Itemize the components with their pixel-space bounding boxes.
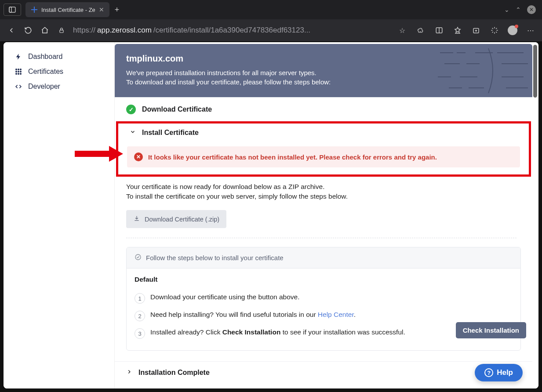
address-bar: https://app.zerossl.com/certificate/inst…	[0, 19, 542, 41]
svg-point-12	[15, 71, 17, 73]
install-p2: To install the certificate on your web s…	[126, 192, 521, 200]
chevron-down-icon	[130, 129, 136, 137]
help-fab[interactable]: ? Help	[475, 364, 523, 381]
section-title: Install Certificate	[142, 129, 199, 137]
lock-icon[interactable]	[56, 25, 67, 36]
sidebar-item-label: Dashboard	[28, 53, 62, 61]
favorites-icon[interactable]	[452, 25, 463, 36]
scrollbar[interactable]	[531, 42, 538, 388]
steps-heading-text: Follow the steps below to install your c…	[146, 254, 284, 261]
close-window-icon[interactable]: ✕	[527, 5, 536, 14]
sidebar-item-dashboard[interactable]: Dashboard	[12, 49, 105, 64]
step-text: Need help installing? You will find usef…	[150, 311, 356, 319]
step-number: 2	[135, 311, 145, 321]
install-p1: Your certificate is now ready for downlo…	[126, 183, 521, 191]
chevron-up-icon[interactable]: ⌃	[516, 6, 521, 13]
help-label: Help	[497, 368, 513, 377]
split-screen-icon[interactable]	[434, 25, 444, 36]
svg-rect-0	[9, 7, 15, 12]
sidebar-item-developer[interactable]: Developer	[12, 79, 105, 94]
code-icon	[14, 83, 23, 90]
toolbar-icons: ☆ ⋯	[397, 25, 536, 36]
svg-rect-2	[60, 30, 63, 33]
app-viewport: Dashboard Certificates Developer tmplinu…	[4, 42, 538, 388]
url-scheme: https://	[73, 26, 95, 35]
highlight-annotation: Install Certificate ✕ It looks like your…	[116, 121, 531, 177]
svg-point-16	[18, 73, 19, 75]
svg-point-13	[18, 71, 19, 73]
download-icon	[133, 215, 140, 223]
error-icon: ✕	[134, 152, 143, 161]
refresh-button[interactable]	[23, 25, 33, 36]
profile-avatar[interactable]	[508, 25, 517, 35]
performance-icon[interactable]	[489, 25, 500, 36]
step-text: Download your certificate using the butt…	[150, 293, 300, 301]
sidebar-item-label: Developer	[28, 83, 60, 91]
check-circle-icon: ✓	[126, 105, 136, 114]
url-host: app.zerossl.com	[97, 26, 152, 35]
home-button[interactable]	[40, 25, 50, 36]
alert-message: It looks like your certificate has not b…	[148, 153, 437, 161]
grid-icon	[14, 68, 23, 75]
section-title: Download Certificate	[142, 105, 212, 113]
steps-check-icon	[135, 254, 142, 262]
help-center-link[interactable]: Help Center	[318, 311, 354, 318]
svg-point-9	[15, 69, 17, 70]
collections-icon[interactable]	[471, 25, 481, 36]
step-row: 1 Download your certificate using the bu…	[135, 290, 513, 307]
tab-title: Install Certificate - Ze	[41, 7, 95, 13]
error-alert: ✕ It looks like your certificate has not…	[127, 146, 520, 167]
svg-point-11	[20, 69, 22, 70]
step-text: Installed already? Click Check Installat…	[150, 328, 405, 336]
chevron-right-icon	[126, 369, 132, 377]
sidebar-item-label: Certificates	[28, 68, 63, 76]
svg-point-31	[135, 254, 141, 260]
bolt-icon	[14, 53, 23, 61]
download-certificate-button[interactable]: Download Certificate (.zip)	[126, 210, 226, 228]
window-controls: ⌄ ⌃ ✕	[504, 5, 538, 14]
tab-actions-icon[interactable]	[4, 4, 21, 16]
svg-rect-1	[9, 7, 11, 12]
section-install-certificate[interactable]: Install Certificate	[118, 123, 529, 144]
svg-point-15	[15, 73, 17, 75]
header-decoration	[436, 44, 532, 97]
svg-point-17	[20, 73, 22, 75]
svg-point-10	[18, 69, 19, 70]
back-button[interactable]	[6, 25, 17, 36]
browser-chrome: Install Certificate - Ze ✕ + ⌄ ⌃ ✕ https…	[0, 0, 542, 41]
section-download-certificate[interactable]: ✓ Download Certificate	[115, 97, 532, 121]
help-icon: ?	[484, 368, 493, 377]
url-display[interactable]: https://app.zerossl.com/certificate/inst…	[73, 26, 391, 35]
scrollbar-thumb[interactable]	[533, 45, 537, 98]
star-icon[interactable]: ☆	[397, 25, 407, 36]
step-number: 1	[135, 293, 145, 304]
close-tab-icon[interactable]: ✕	[99, 6, 104, 13]
extension-icon[interactable]	[415, 25, 426, 36]
step-number: 3	[135, 328, 145, 339]
download-button-label: Download Certificate (.zip)	[145, 216, 219, 223]
chevron-down-icon[interactable]: ⌄	[504, 6, 509, 13]
new-tab-button[interactable]: +	[115, 5, 120, 15]
svg-point-14	[20, 71, 22, 73]
divider	[126, 238, 517, 238]
sidebar: Dashboard Certificates Developer	[4, 42, 115, 388]
check-installation-button[interactable]: Check Installation	[456, 322, 526, 338]
more-menu-icon[interactable]: ⋯	[525, 25, 536, 36]
steps-heading: Follow the steps below to install your c…	[127, 247, 520, 269]
section-installation-complete[interactable]: Installation Complete	[115, 361, 532, 384]
section-title: Installation Complete	[138, 369, 210, 377]
main-content: tmplinux.com We've prepared installation…	[115, 42, 538, 388]
steps-group-title: Default	[135, 276, 513, 283]
favicon-icon	[31, 6, 38, 13]
url-path: /certificate/install/1a6a390ed747836edf6…	[153, 26, 310, 35]
step-row: 2 Need help installing? You will find us…	[135, 307, 513, 325]
browser-tab[interactable]: Install Certificate - Ze ✕	[25, 2, 109, 17]
tab-strip: Install Certificate - Ze ✕ + ⌄ ⌃ ✕	[0, 0, 542, 19]
card-header: tmplinux.com We've prepared installation…	[115, 44, 532, 97]
sidebar-item-certificates[interactable]: Certificates	[12, 64, 105, 79]
